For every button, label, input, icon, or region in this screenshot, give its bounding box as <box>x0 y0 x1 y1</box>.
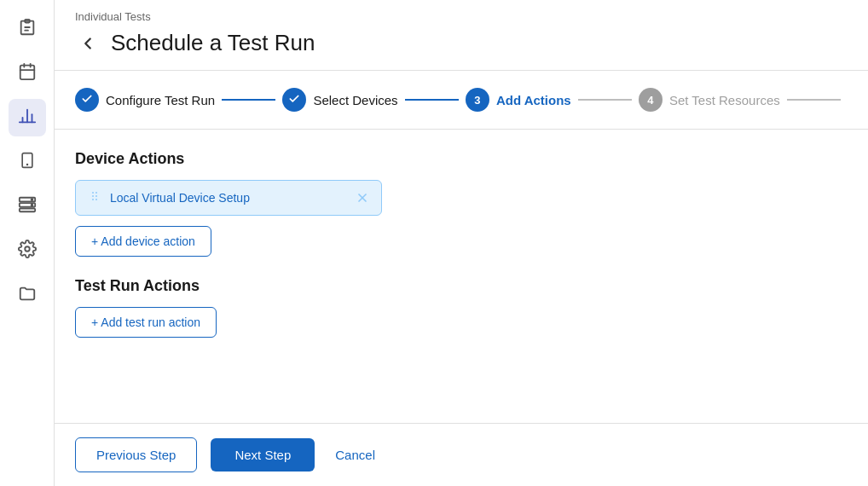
svg-point-16 <box>31 199 32 200</box>
sidebar-item-clipboard[interactable] <box>9 10 46 48</box>
svg-point-21 <box>92 195 94 197</box>
add-device-action-button[interactable]: + Add device action <box>75 226 211 257</box>
svg-point-20 <box>95 192 97 194</box>
step-1-label: Configure Test Run <box>106 93 215 107</box>
step-1-checkmark <box>81 93 93 107</box>
device-actions-section: Device Actions Local Virtual Device Setu… <box>75 150 848 257</box>
step-4-number: 4 <box>647 94 653 107</box>
sidebar-item-settings[interactable] <box>9 232 46 269</box>
step-select-devices: Select Devices <box>282 88 397 112</box>
calendar-icon <box>18 62 37 85</box>
connector-2 <box>405 99 459 101</box>
step-3-circle: 3 <box>466 88 489 112</box>
chip-left: Local Virtual Device Setup <box>88 189 250 206</box>
step-2-checkmark <box>288 93 300 107</box>
chart-icon <box>18 107 37 130</box>
step-3-number: 3 <box>474 94 480 107</box>
footer: Previous Step Next Step Cancel <box>55 423 868 486</box>
test-run-actions-section: Test Run Actions + Add test run action <box>75 277 848 338</box>
svg-point-24 <box>95 199 97 200</box>
title-row: Schedule a Test Run <box>75 30 848 70</box>
connector-4 <box>787 99 841 101</box>
sidebar-item-chart[interactable] <box>9 99 46 136</box>
page-title: Schedule a Test Run <box>111 30 315 56</box>
drag-handle-icon[interactable] <box>88 189 101 206</box>
svg-point-17 <box>31 204 32 205</box>
settings-icon <box>18 240 37 263</box>
connector-3 <box>578 99 632 101</box>
breadcrumb: Individual Tests <box>75 10 848 23</box>
add-test-run-action-button[interactable]: + Add test run action <box>75 307 217 338</box>
previous-step-label: Previous Step <box>96 448 176 462</box>
main-content: Individual Tests Schedule a Test Run Con… <box>55 0 868 486</box>
stepper: Configure Test Run Select Devices 3 Add … <box>55 71 868 130</box>
step-4-circle: 4 <box>639 88 663 112</box>
cancel-label: Cancel <box>335 448 375 462</box>
next-step-label: Next Step <box>234 448 291 462</box>
add-test-run-action-label: + Add test run action <box>91 315 200 329</box>
previous-step-button[interactable]: Previous Step <box>75 437 197 472</box>
svg-point-19 <box>92 192 94 194</box>
sidebar-item-server[interactable] <box>9 188 46 225</box>
server-icon <box>18 195 37 218</box>
back-button[interactable] <box>75 31 101 56</box>
device-actions-title: Device Actions <box>75 150 848 168</box>
svg-rect-15 <box>19 208 34 211</box>
step-2-label: Select Devices <box>313 93 397 107</box>
test-run-actions-title: Test Run Actions <box>75 277 848 295</box>
header: Individual Tests Schedule a Test Run <box>55 0 868 71</box>
content-area: Device Actions Local Virtual Device Setu… <box>55 130 868 423</box>
svg-point-18 <box>25 246 30 252</box>
device-action-label: Local Virtual Device Setup <box>110 191 250 205</box>
svg-point-23 <box>92 199 94 200</box>
sidebar-item-folder[interactable] <box>9 276 46 314</box>
step-add-actions: 3 Add Actions <box>466 88 571 112</box>
device-action-chip: Local Virtual Device Setup <box>75 180 382 216</box>
sidebar <box>0 0 55 486</box>
sidebar-item-mobile[interactable] <box>9 143 46 181</box>
step-2-circle <box>282 88 306 112</box>
next-step-button[interactable]: Next Step <box>211 438 315 472</box>
svg-point-22 <box>95 195 97 197</box>
cancel-button[interactable]: Cancel <box>328 438 382 472</box>
step-1-circle <box>75 88 99 112</box>
step-configure: Configure Test Run <box>75 88 215 112</box>
folder-icon <box>18 284 37 307</box>
add-device-action-label: + Add device action <box>91 234 195 248</box>
chip-close-button[interactable] <box>356 191 369 205</box>
mobile-icon <box>19 151 36 174</box>
sidebar-item-calendar[interactable] <box>9 55 46 92</box>
step-4-label: Set Test Resources <box>669 93 780 107</box>
connector-1 <box>222 99 275 101</box>
clipboard-icon <box>18 18 37 41</box>
svg-rect-3 <box>20 65 34 79</box>
step-set-resources: 4 Set Test Resources <box>639 88 780 112</box>
step-3-label: Add Actions <box>496 93 571 107</box>
